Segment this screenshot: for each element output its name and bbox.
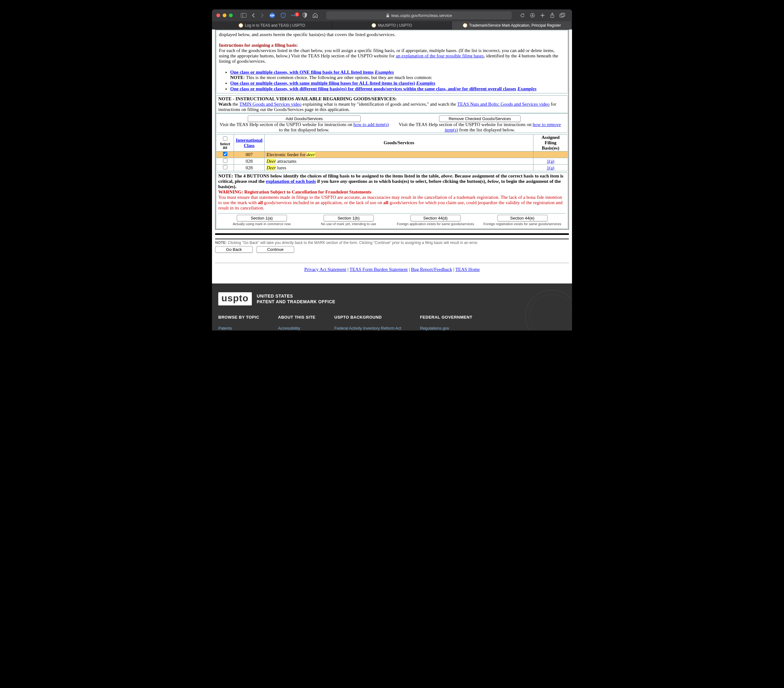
go-back-button[interactable]: Go Back: [215, 246, 253, 253]
row-basis: 1(a): [534, 158, 568, 165]
bullet-examples-1[interactable]: Examples: [375, 70, 394, 75]
back-button[interactable]: [252, 13, 255, 18]
burden-statement-link[interactable]: TEAS Form Burden Statement: [350, 267, 408, 272]
privacy-shield-icon[interactable]: [280, 13, 286, 18]
basis-subtext: Foreign application exists for same good…: [392, 222, 479, 226]
favicon-icon: [372, 23, 376, 28]
svg-point-5: [292, 15, 293, 16]
privacy-act-link[interactable]: Privacy Act Statement: [304, 267, 346, 272]
row-basis: 1(a): [534, 165, 568, 171]
row-basis: [534, 151, 568, 158]
tmin-video-link[interactable]: TMIN Goods and Services video: [239, 102, 301, 107]
row-checkbox[interactable]: [223, 158, 227, 163]
tab-myuspto[interactable]: MyUSPTO | USPTO: [332, 21, 452, 30]
home-icon[interactable]: [312, 13, 318, 18]
footer-link[interactable]: Accessibility: [278, 326, 300, 331]
remove-goods-button[interactable]: Remove Checked Goods/Services: [439, 115, 520, 122]
row-description: Deer lures: [265, 165, 534, 171]
footer-col-heading: BROWSE BY TOPIC: [218, 315, 259, 319]
share-icon[interactable]: [550, 13, 555, 18]
svg-rect-4: [283, 13, 283, 17]
basis-note-block: NOTE: The 4 BUTTONS below identify the c…: [216, 173, 568, 229]
continue-button[interactable]: Continue: [257, 246, 294, 253]
basis-link[interactable]: 1(a): [547, 159, 554, 164]
goods-header: Goods/Services: [265, 135, 534, 151]
row-class: 007: [234, 151, 265, 158]
basis-button[interactable]: Section 44(d): [410, 215, 461, 221]
remove-help-text: Visit the TEAS Help section of the USPTO…: [395, 122, 565, 133]
svg-rect-15: [560, 14, 563, 17]
bullet-link-2[interactable]: One class or multiple classes, with same…: [230, 81, 415, 86]
bullet-link-1[interactable]: One class or multiple classes, with ONE …: [230, 70, 374, 75]
basis-link[interactable]: 1(a): [547, 165, 554, 170]
forward-button[interactable]: [260, 13, 264, 18]
window-minimize-button[interactable]: [222, 13, 226, 17]
extensions-icon[interactable]: 1: [291, 14, 297, 16]
window-close-button[interactable]: [216, 13, 220, 17]
basis-subtext: No use of mark yet, intending to use: [305, 222, 392, 226]
divider: [215, 263, 569, 263]
intro-tail-text: displayed below, and asserts herein the …: [219, 32, 565, 37]
basis-button[interactable]: Section 1(a): [237, 215, 287, 221]
basis-button[interactable]: Section 44(e): [497, 215, 548, 221]
footer-column: BROWSE BY TOPICPatents: [218, 315, 259, 331]
row-checkbox[interactable]: [223, 152, 227, 156]
row-class: 028: [234, 165, 265, 171]
row-description: Electronic feeder for deer: [265, 151, 534, 158]
bullet-link-3[interactable]: One class or multiple classes, with diff…: [230, 86, 516, 91]
uspto-logo: uspto: [218, 292, 252, 305]
row-checkbox[interactable]: [223, 165, 227, 170]
tab-teas-login[interactable]: Log in to TEAS and TEASi | USPTO: [212, 21, 332, 30]
lock-icon: [386, 13, 389, 18]
warning-text: You must ensure that statements made in …: [218, 195, 566, 211]
shield-icon[interactable]: [302, 13, 307, 18]
address-bar[interactable]: teas.uspto.gov/forms/teas.service: [326, 11, 512, 20]
uspto-name: UNITED STATESPATENT AND TRADEMARK OFFICE: [257, 293, 335, 304]
basis-subtext: Actually using mark in commerce now: [218, 222, 305, 226]
filing-bases-explanation-link[interactable]: an explanation of the four possible fili…: [396, 53, 484, 58]
basis-header: Assigned Filing Basis(es): [534, 135, 568, 151]
downloads-icon[interactable]: [530, 13, 535, 18]
teas-home-link[interactable]: TEAS Home: [455, 267, 480, 272]
reload-icon[interactable]: [520, 13, 525, 18]
titlebar: ABP 1 teas.uspto.gov/forms/teas.service: [212, 10, 572, 21]
adblock-icon[interactable]: ABP: [269, 12, 275, 18]
tab-strip: Log in to TEAS and TEASi | USPTO MyUSPTO…: [212, 21, 572, 30]
svg-text:ABP: ABP: [270, 15, 275, 16]
window-zoom-button[interactable]: [229, 13, 233, 17]
goods-table: Select All International Class Goods/Ser…: [216, 134, 568, 171]
row-description: Deer attractants: [265, 158, 534, 165]
footer-link[interactable]: Federal Activity Inventory Reform Act: [334, 326, 401, 331]
tab-trademark-app[interactable]: Trademark/Service Mark Application, Prin…: [452, 21, 572, 30]
how-to-add-link[interactable]: how to add item(s): [353, 122, 389, 127]
bullet-examples-2[interactable]: Examples: [416, 81, 435, 86]
basis-button[interactable]: Section 1(b): [324, 215, 374, 221]
bug-report-link[interactable]: Bug Report/Feedback: [411, 267, 452, 272]
tabs-overview-icon[interactable]: [560, 13, 565, 18]
instructions-para: For each of the goods/services listed in…: [219, 48, 565, 64]
footer-col-heading: FEDERAL GOVERNMENT: [420, 315, 472, 319]
svg-rect-0: [241, 13, 247, 18]
footer-link[interactable]: Regulations.gov: [420, 326, 449, 331]
videos-note: NOTE - INSTRUCTIONAL VIDEOS AVAILABLE RE…: [216, 95, 568, 113]
basis-subtext: Foreign registration exists for same goo…: [479, 222, 566, 226]
add-goods-button[interactable]: Add Goods/Services: [248, 115, 361, 122]
warning-heading: WARNING: Registration Subject to Cancell…: [218, 189, 566, 195]
footer-link[interactable]: Patents: [218, 326, 232, 331]
new-tab-icon[interactable]: [540, 13, 545, 18]
teas-nuts-video-link[interactable]: TEAS Nuts and Bolts: Goods and Services …: [457, 102, 550, 107]
sidebar-toggle-icon[interactable]: [241, 13, 247, 18]
favicon-icon: [239, 23, 243, 28]
svg-rect-16: [561, 13, 565, 16]
select-all-checkbox[interactable]: [223, 137, 227, 141]
intl-class-header-link[interactable]: International Class: [236, 138, 262, 148]
url-text: teas.uspto.gov/forms/teas.service: [391, 13, 452, 18]
explanation-basis-link[interactable]: explanation of each basis: [266, 179, 316, 184]
row-class: 028: [234, 158, 265, 165]
bullet-examples-3[interactable]: Examples: [517, 86, 537, 91]
footer-column: FEDERAL GOVERNMENTRegulations.gov: [420, 315, 472, 331]
uspto-footer: uspto UNITED STATESPATENT AND TRADEMARK …: [212, 283, 572, 331]
favicon-icon: [463, 23, 467, 28]
footer-column: ABOUT THIS SITEAccessibility: [278, 315, 316, 331]
footer-col-heading: ABOUT THIS SITE: [278, 315, 316, 319]
